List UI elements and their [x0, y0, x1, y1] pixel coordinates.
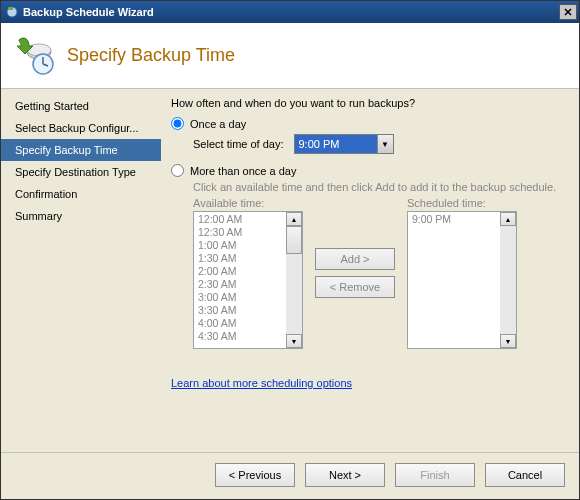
- radio-once-a-day[interactable]: [171, 117, 184, 130]
- scroll-down-icon[interactable]: ▼: [500, 334, 516, 348]
- list-item[interactable]: 12:00 AM: [194, 213, 286, 226]
- radio-more-than-once-row: More than once a day: [171, 164, 565, 177]
- previous-button[interactable]: < Previous: [215, 463, 295, 487]
- svg-rect-1: [8, 7, 13, 10]
- scroll-up-icon[interactable]: ▲: [286, 212, 302, 226]
- chevron-down-icon: ▼: [377, 135, 393, 153]
- sidebar: Getting Started Select Backup Configur..…: [1, 89, 161, 452]
- list-item[interactable]: 4:00 AM: [194, 317, 286, 330]
- list-item[interactable]: 4:30 AM: [194, 330, 286, 343]
- scroll-thumb[interactable]: [286, 226, 302, 254]
- app-icon: [5, 5, 19, 19]
- list-item[interactable]: 9:00 PM: [408, 213, 500, 226]
- sidebar-item-specify-time[interactable]: Specify Backup Time: [1, 139, 161, 161]
- sidebar-item-getting-started[interactable]: Getting Started: [1, 95, 161, 117]
- learn-more-link[interactable]: Learn about more scheduling options: [171, 377, 352, 389]
- list-item[interactable]: 3:00 AM: [194, 291, 286, 304]
- radio-more-label: More than once a day: [190, 165, 296, 177]
- scheduled-time-label: Scheduled time:: [407, 197, 517, 209]
- multi-hint: Click an available time and then click A…: [193, 181, 565, 193]
- remove-button[interactable]: < Remove: [315, 276, 395, 298]
- scroll-up-icon[interactable]: ▲: [500, 212, 516, 226]
- header: Specify Backup Time: [1, 23, 579, 89]
- titlebar: Backup Schedule Wizard: [1, 1, 579, 23]
- finish-button[interactable]: Finish: [395, 463, 475, 487]
- available-time-list[interactable]: 12:00 AM12:30 AM1:00 AM1:30 AM2:00 AM2:3…: [193, 211, 303, 349]
- radio-once-a-day-row: Once a day: [171, 117, 565, 130]
- list-item[interactable]: 3:30 AM: [194, 304, 286, 317]
- content-pane: How often and when do you want to run ba…: [161, 89, 579, 452]
- time-of-day-label: Select time of day:: [193, 138, 284, 150]
- cancel-button[interactable]: Cancel: [485, 463, 565, 487]
- backup-time-icon: [13, 34, 57, 78]
- page-title: Specify Backup Time: [67, 45, 235, 66]
- next-button[interactable]: Next >: [305, 463, 385, 487]
- wizard-window: Backup Schedule Wizard Specify Backup Ti…: [0, 0, 580, 500]
- sidebar-item-confirmation[interactable]: Confirmation: [1, 183, 161, 205]
- sidebar-item-destination[interactable]: Specify Destination Type: [1, 161, 161, 183]
- scheduled-scrollbar[interactable]: ▲ ▼: [500, 212, 516, 348]
- available-scrollbar[interactable]: ▲ ▼: [286, 212, 302, 348]
- list-item[interactable]: 12:30 AM: [194, 226, 286, 239]
- time-of-day-value: 9:00 PM: [295, 135, 377, 153]
- question-text: How often and when do you want to run ba…: [171, 97, 565, 109]
- list-item[interactable]: 1:00 AM: [194, 239, 286, 252]
- window-title: Backup Schedule Wizard: [23, 6, 154, 18]
- add-button[interactable]: Add >: [315, 248, 395, 270]
- list-item[interactable]: 2:00 AM: [194, 265, 286, 278]
- radio-more-than-once[interactable]: [171, 164, 184, 177]
- scheduled-time-list[interactable]: 9:00 PM ▲ ▼: [407, 211, 517, 349]
- radio-once-label: Once a day: [190, 118, 246, 130]
- close-button[interactable]: [559, 4, 577, 20]
- footer: < Previous Next > Finish Cancel: [1, 452, 579, 499]
- time-of-day-select[interactable]: 9:00 PM ▼: [294, 134, 394, 154]
- scroll-down-icon[interactable]: ▼: [286, 334, 302, 348]
- sidebar-item-summary[interactable]: Summary: [1, 205, 161, 227]
- list-item[interactable]: 1:30 AM: [194, 252, 286, 265]
- list-item[interactable]: 2:30 AM: [194, 278, 286, 291]
- available-time-label: Available time:: [193, 197, 303, 209]
- sidebar-item-select-config[interactable]: Select Backup Configur...: [1, 117, 161, 139]
